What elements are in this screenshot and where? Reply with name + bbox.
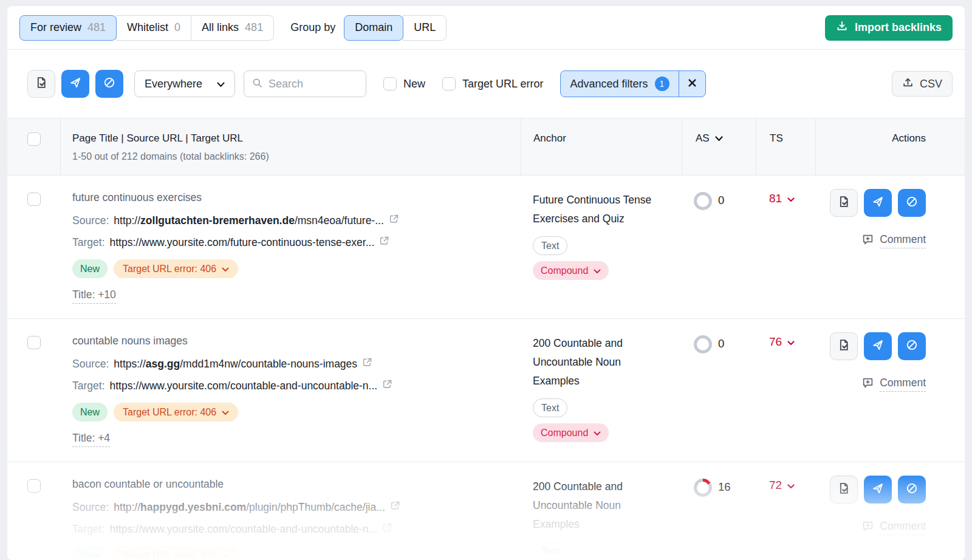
title-more-link[interactable]: Title: +10 — [72, 289, 116, 304]
sort-chevron-down-icon — [715, 132, 723, 145]
filters-toolbar: Everywhere New Target URL error Advanced… — [7, 50, 965, 118]
row-checkbox[interactable] — [27, 193, 41, 206]
ts-score[interactable]: 72 — [756, 462, 815, 560]
group-by-url[interactable]: URL — [403, 15, 447, 41]
comment-plus-icon — [862, 521, 874, 535]
move-to-review-button[interactable] — [830, 332, 858, 360]
tab-for-review[interactable]: For review 481 — [19, 15, 117, 41]
anchor-compound-badge[interactable]: Compound — [533, 261, 609, 280]
doc-check-icon — [837, 195, 850, 211]
chevron-down-icon — [217, 78, 225, 90]
title-more-link[interactable]: Title: +4 — [72, 432, 110, 447]
scope-select[interactable]: Everywhere — [134, 70, 235, 97]
source-url[interactable]: http://happygd.yesbni.com/plugin/phpThum… — [114, 501, 385, 514]
block-icon — [103, 77, 115, 91]
paper-plane-icon — [872, 482, 884, 497]
comment-link[interactable]: Comment — [815, 233, 926, 248]
as-score: 16 — [718, 480, 731, 494]
external-link-icon[interactable] — [382, 522, 392, 536]
group-by-label: Group by — [290, 21, 335, 34]
anchor-text: 200 Countable and Uncountable Noun Examp… — [533, 477, 669, 534]
review-tabs: For review 481 Whitelist 0 All links 481 — [19, 15, 274, 41]
send-to-remove-button[interactable] — [864, 189, 892, 217]
move-to-review-button[interactable] — [830, 189, 858, 217]
chevron-down-icon — [222, 264, 229, 275]
as-score: 0 — [718, 194, 724, 207]
anchor-column-header: Anchor — [521, 118, 682, 175]
block-icon — [906, 339, 918, 353]
doc-check-icon — [837, 338, 850, 354]
filter-new[interactable]: New — [383, 77, 425, 90]
anchor-text: 200 Countable and Uncountable Noun Examp… — [533, 334, 669, 391]
new-badge: New — [72, 259, 108, 278]
export-csv-button[interactable]: CSV — [892, 71, 953, 97]
row-checkbox[interactable] — [27, 336, 41, 349]
chevron-down-icon — [222, 550, 229, 560]
as-score: 0 — [718, 337, 724, 350]
tab-label: Whitelist — [127, 21, 168, 34]
block-button[interactable] — [898, 332, 926, 360]
ts-score[interactable]: 81 — [756, 176, 815, 318]
target-url-error-checkbox[interactable] — [442, 77, 456, 90]
external-link-icon[interactable] — [382, 379, 392, 392]
target-url[interactable]: https://www.yoursite.com/countable-and-u… — [110, 380, 378, 392]
filter-count-badge: 1 — [655, 77, 669, 91]
row-checkbox[interactable] — [27, 479, 41, 493]
anchor-type-badge: Text — [533, 236, 567, 255]
select-all-checkbox[interactable] — [27, 132, 41, 146]
tab-label: All links — [202, 21, 239, 34]
block-button[interactable] — [898, 189, 926, 217]
external-link-icon[interactable] — [390, 500, 400, 514]
target-url[interactable]: https://www.yoursite.com/countable-and-u… — [110, 523, 378, 536]
target-url-error-badge[interactable]: Target URL error: 406 — [114, 403, 238, 422]
import-backlinks-button[interactable]: Import backlinks — [825, 15, 953, 41]
block-button[interactable] — [898, 476, 926, 504]
move-to-review-button[interactable] — [830, 476, 858, 504]
as-score-donut — [694, 479, 712, 497]
new-checkbox[interactable] — [383, 77, 397, 90]
chevron-down-icon — [787, 479, 795, 492]
target-url-error-badge[interactable]: Target URL error: 406 — [114, 259, 238, 278]
paper-plane-icon — [872, 339, 884, 353]
chevron-down-icon — [222, 407, 229, 418]
new-badge: New — [72, 403, 108, 422]
tab-all-links[interactable]: All links 481 — [191, 15, 274, 41]
table-row: future continuous exercises Source: http… — [7, 176, 965, 319]
comment-plus-icon — [862, 234, 874, 248]
group-by-domain[interactable]: Domain — [344, 15, 403, 41]
external-link-icon[interactable] — [362, 357, 372, 370]
bulk-review-button[interactable] — [27, 70, 55, 98]
advanced-filters-button[interactable]: Advanced filters 1 — [561, 71, 678, 97]
filter-target-url-error[interactable]: Target URL error — [442, 77, 543, 90]
page-title: bacon countable or uncountable — [72, 478, 502, 491]
external-link-icon[interactable] — [389, 214, 399, 227]
source-url[interactable]: https://asg.gg/mdd1m4nw/countable-nouns-… — [114, 358, 357, 370]
pagination-summary: 1-50 out of 212 domains (total backlinks… — [72, 151, 521, 162]
comment-link[interactable]: Comment — [815, 520, 926, 535]
ts-score[interactable]: 76 — [756, 319, 815, 462]
table-header: Page Title | Source URL | Target URL 1-5… — [7, 118, 965, 176]
paper-plane-icon — [69, 77, 81, 91]
search-box — [244, 70, 366, 97]
send-to-remove-button[interactable] — [864, 332, 892, 360]
tab-count: 481 — [87, 21, 106, 34]
search-input[interactable] — [269, 78, 354, 90]
external-link-icon[interactable] — [379, 236, 389, 249]
anchor-compound-badge[interactable]: Compound — [533, 423, 609, 442]
comment-plus-icon — [862, 377, 874, 392]
target-url-error-badge[interactable]: Target URL error: 406 — [114, 546, 238, 560]
chevron-down-icon — [787, 335, 795, 349]
tab-whitelist[interactable]: Whitelist 0 — [116, 15, 191, 41]
as-column-header[interactable]: AS — [682, 118, 756, 175]
download-icon — [836, 20, 848, 35]
clear-filters-button[interactable] — [679, 71, 705, 97]
bulk-block-button[interactable] — [95, 70, 123, 98]
anchor-type-badge: Text — [533, 398, 567, 417]
bulk-send-button[interactable] — [61, 70, 89, 98]
chevron-down-icon — [594, 428, 601, 438]
comment-link[interactable]: Comment — [815, 377, 926, 392]
source-url[interactable]: http://zollgutachten-bremerhaven.de/msn4… — [114, 214, 383, 227]
send-to-remove-button[interactable] — [864, 476, 892, 504]
target-url[interactable]: https://www.yoursite.com/future-continuo… — [110, 236, 375, 249]
ts-column-header[interactable]: TS — [756, 118, 815, 175]
